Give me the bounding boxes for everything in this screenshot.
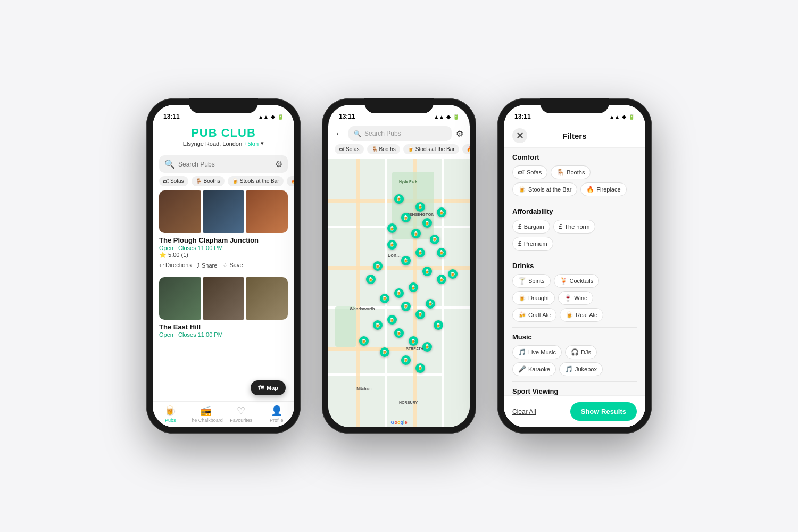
option-karaoke[interactable]: 🎤 Karaoke [512, 362, 556, 376]
nav-item-pubs[interactable]: 🍺 Pubs [153, 405, 188, 423]
nav-label-profile: Profile [270, 418, 284, 423]
map-pin[interactable]: 🍺 [401, 213, 411, 222]
map-pin[interactable]: 🍺 [411, 229, 421, 238]
map-pin[interactable]: 🍺 [394, 288, 404, 298]
map-search-box[interactable]: 🔍 Search Pubs [348, 126, 452, 141]
option-bargain[interactable]: £ Bargain [512, 220, 550, 234]
map-pin[interactable]: 🍺 [387, 240, 397, 250]
google-logo: Google [390, 420, 407, 425]
option-booths[interactable]: 🪑 Booths [551, 165, 591, 179]
option-premium[interactable]: £ Premium [512, 237, 553, 251]
option-label: Draught [528, 295, 549, 301]
option-live-music[interactable]: 🎵 Live Music [512, 345, 562, 359]
option-cocktails[interactable]: 🍹 Cocktails [554, 274, 600, 288]
search-bar[interactable]: 🔍 ⚙ [159, 155, 288, 173]
map-pin[interactable]: 🍺 [448, 269, 458, 279]
close-button[interactable]: ✕ [512, 128, 527, 143]
map-fab-icon: 🗺 [258, 385, 264, 391]
nav-item-profile[interactable]: 👤 Profile [259, 405, 295, 423]
map-pin[interactable]: 🍺 [426, 299, 435, 309]
filter-icon-2[interactable]: ⚙ [456, 129, 463, 139]
map-filter-chips: 🛋 Sofas 🪑 Booths 🍺 Stools at the Bar 🔥 F… [328, 144, 470, 159]
map-pin[interactable]: 🍺 [437, 248, 446, 257]
nav-item-chalkboard[interactable]: 📻 The Chalkboard [188, 405, 224, 423]
map-pin[interactable]: 🍺 [401, 355, 411, 365]
map-pin[interactable]: 🍺 [415, 310, 425, 319]
map-pin[interactable]: 🍺 [415, 202, 425, 212]
back-icon[interactable]: ← [335, 128, 344, 139]
map-fab-label: Map [267, 385, 278, 391]
pub-name-2[interactable]: The East Hill [159, 323, 288, 331]
show-results-button[interactable]: Show Results [570, 402, 637, 421]
map-chip-booths[interactable]: 🪑 Booths [367, 144, 400, 154]
map-pin[interactable]: 🍺 [409, 336, 418, 346]
map-pin[interactable]: 🍺 [359, 336, 369, 346]
option-spirits[interactable]: 🍸 Spirits [512, 274, 551, 288]
map-pin[interactable]: 🍺 [373, 261, 383, 271]
option-real-ale[interactable]: 🍺 Real Ale [560, 308, 603, 322]
option-craft-ale[interactable]: 🍻 Craft Ale [512, 308, 556, 322]
option-label: DJs [581, 349, 591, 355]
pub-photos-2[interactable] [159, 277, 288, 320]
pub-name-1[interactable]: The Plough Clapham Junction [159, 236, 288, 244]
pub-photos-1[interactable] [159, 190, 288, 233]
map-pin[interactable]: 🍺 [422, 267, 432, 276]
directions-button-1[interactable]: ↩ Directions [159, 262, 192, 269]
map-pin[interactable]: 🍺 [380, 347, 389, 357]
chip-booths[interactable]: 🪑 Booths [192, 176, 225, 186]
section-title-affordability: Affordability [512, 207, 637, 215]
map-chip-stools[interactable]: 🍺 Stools at the Bar [403, 144, 459, 154]
save-button-1[interactable]: ♡ Save [222, 262, 243, 269]
map-pin[interactable]: 🍺 [387, 223, 397, 233]
option-fireplace[interactable]: 🔥 Fireplace [580, 182, 626, 196]
location-row[interactable]: Elsynge Road, London +5km ▾ [161, 140, 286, 147]
chip-stools[interactable]: 🍺 Stools at the Bar [228, 176, 284, 186]
map-pin[interactable]: 🍺 [394, 194, 404, 204]
map-pin[interactable]: 🍺 [415, 248, 425, 257]
option-draught[interactable]: 🍺 Draught [512, 291, 555, 305]
map-pin[interactable]: 🍺 [401, 256, 411, 265]
map-label-wandsworth: Wandsworth [350, 306, 375, 311]
map-pin[interactable]: 🍺 [394, 328, 404, 338]
map-pin[interactable]: 🍺 [380, 294, 389, 303]
map-label-london: Lon... [388, 253, 401, 258]
map-pin[interactable]: 🍺 [415, 363, 425, 373]
filter-icon[interactable]: ⚙ [275, 159, 282, 169]
nav-label-favourites: Favourites [230, 418, 252, 423]
map-pin[interactable]: 🍺 [387, 315, 397, 325]
map-area[interactable]: Hyde Park Lon... KENSINGTON Wandsworth S… [328, 159, 470, 427]
scene: 13:11 ▲▲ ◆ 🔋 PUB CLUB Elsynge Road, Lond… [0, 0, 798, 532]
filters-header: ✕ Filters [504, 124, 645, 148]
map-chip-fire[interactable]: 🔥 Firepl... [462, 144, 470, 154]
option-sofas[interactable]: 🛋 Sofas [512, 165, 547, 179]
map-pin[interactable]: 🍺 [422, 218, 432, 228]
map-pin[interactable]: 🍺 [430, 235, 439, 244]
chip-sofas[interactable]: 🛋 Sofas [159, 176, 188, 186]
booth-icon-2: 🪑 [371, 146, 378, 152]
map-pin[interactable]: 🍺 [401, 302, 411, 311]
jukebox-icon: 🎵 [565, 365, 573, 373]
map-pin[interactable]: 🍺 [422, 342, 432, 352]
share-button-1[interactable]: ⤴ Share [197, 262, 217, 269]
map-chip-sofas[interactable]: 🛋 Sofas [335, 144, 364, 154]
fire-icon-2: 🔥 [467, 146, 470, 152]
nav-item-favourites[interactable]: ♡ Favourites [223, 405, 259, 423]
clear-all-button[interactable]: Clear All [512, 408, 536, 415]
search-input[interactable] [178, 161, 272, 168]
map-fab-button[interactable]: 🗺 Map [251, 380, 286, 395]
map-pin[interactable]: 🍺 [373, 320, 383, 330]
option-jukebox[interactable]: 🎵 Jukebox [559, 362, 603, 376]
chip-fireplace[interactable]: 🔥 Firepl... [287, 176, 294, 186]
option-wine[interactable]: 🍷 Wine [558, 291, 593, 305]
map-pin[interactable]: 🍺 [366, 275, 376, 284]
map-pin[interactable]: 🍺 [409, 282, 418, 292]
option-norm[interactable]: £ The norm [553, 220, 596, 234]
map-pin[interactable]: 🍺 [437, 275, 446, 284]
option-djs[interactable]: 🎧 DJs [565, 345, 597, 359]
map-pin[interactable]: 🍺 [434, 320, 443, 330]
option-stools[interactable]: 🍺 Stools at the Bar [512, 182, 577, 196]
filter-section-comfort: Comfort 🛋 Sofas 🪑 Booths 🍺 [512, 148, 637, 202]
option-label: Jukebox [575, 366, 597, 372]
map-pin[interactable]: 🍺 [437, 207, 446, 217]
spirits-icon: 🍸 [518, 277, 526, 285]
